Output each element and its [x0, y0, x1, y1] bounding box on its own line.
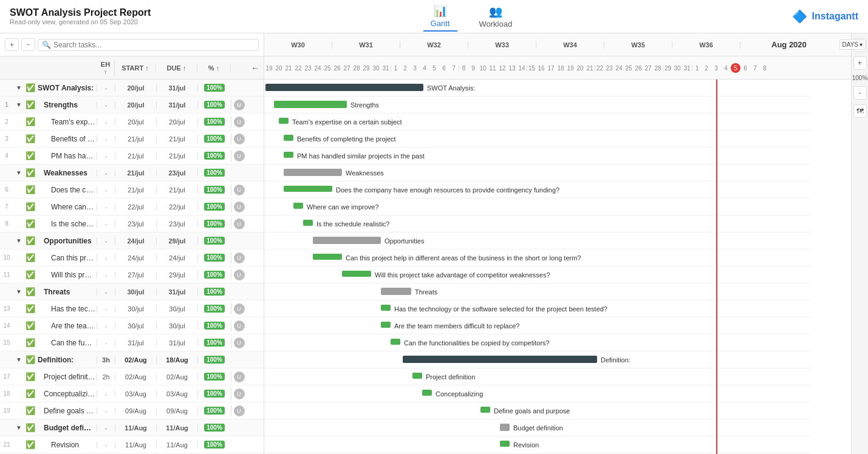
main-layout: ＋ － 🔍 EH ↑ START ↑ DUE ↑ % ↑ ← ▼ ✅	[0, 33, 868, 454]
week-w34: W34	[536, 41, 604, 49]
gantt-bar-label: Has the technology or the software selec…	[394, 305, 607, 313]
table-row[interactable]: ▼ ✅ Budget definition - 11/Aug 11/Aug 10…	[0, 419, 264, 436]
gantt-bar-label: Conceptualizing	[436, 390, 483, 398]
avatar: U	[234, 151, 245, 161]
gantt-bar-label: Are the team members difficult to replac…	[394, 322, 519, 330]
search-box[interactable]: 🔍	[38, 39, 259, 51]
gantt-row: Definition:	[264, 351, 811, 368]
brand-icon: 🔷	[792, 9, 807, 24]
days-button[interactable]: DAYS ▾	[839, 39, 866, 50]
gantt-row: Strengths	[264, 97, 811, 114]
chevron-down-icon: ▾	[859, 41, 863, 48]
table-row[interactable]: 6 ✅ Does the company hav... - 21/jul 21/…	[0, 181, 264, 198]
avatar: U	[234, 303, 245, 314]
avatar: U	[234, 252, 245, 263]
table-row[interactable]: 18 ✅ Conceptualizing - 03/Aug 03/Aug 100…	[0, 385, 264, 402]
minus-button[interactable]: －	[21, 38, 35, 51]
table-row[interactable]: 3 ✅ Benefits of completing ... - 21/jul …	[0, 130, 264, 147]
table-row[interactable]: ▼ ✅ SWOT Analysis: - 20/jul 31/jul 100%	[0, 80, 264, 97]
table-row[interactable]: 13 ✅ Has the technology or t... - 30/jul…	[0, 300, 264, 317]
gantt-row: SWOT Analysis:	[264, 80, 811, 97]
gantt-bar-label: Weaknesses	[346, 169, 384, 177]
gantt-row: Can the functionalities be copied by com…	[264, 334, 811, 351]
gantt-bar-label: Revision	[513, 441, 539, 449]
gantt-bar-label: Will this project take advantage of comp…	[375, 271, 550, 279]
map-icon-button[interactable]: 🗺	[853, 104, 867, 118]
search-input[interactable]	[53, 41, 255, 49]
table-row[interactable]: 11 ✅ Will this project take ad... - 27/j…	[0, 266, 264, 283]
gantt-content: SWOT Analysis: Strengths Team's expertis…	[264, 80, 811, 454]
gantt-bar-label: Threats	[415, 288, 437, 296]
zoom-out-button[interactable]: -	[853, 86, 867, 100]
gantt-bar	[500, 441, 510, 447]
table-row[interactable]: 2 ✅ Team's expertise on a c... - 20/jul …	[0, 114, 264, 130]
table-row[interactable]: 15 ✅ Can the functionalities ... - 31/ju…	[0, 334, 264, 351]
header: SWOT Analysis Project Report Read-only v…	[0, 0, 868, 33]
month-label: Aug 2020	[771, 40, 807, 49]
gantt-bar-label: Definition:	[601, 356, 630, 364]
col-start-header[interactable]: START ↑	[115, 64, 156, 72]
gantt-row: Budget definition	[264, 419, 811, 436]
table-row[interactable]: 1 ▼ ✅ Strengths - 20/jul 31/jul 100% U	[0, 97, 264, 114]
week-w32: W32	[400, 41, 468, 49]
avatar: U	[234, 388, 245, 399]
gantt-bar	[391, 339, 400, 345]
avatar: U	[234, 405, 245, 416]
gantt-bar	[293, 203, 303, 209]
gantt-bar-label: Opportunities	[384, 237, 424, 245]
gantt-row: Project definition	[264, 368, 811, 385]
toolbar: ＋ － 🔍	[0, 33, 264, 56]
header-right: 🔷 Instagantt	[792, 9, 858, 24]
gantt-bar	[422, 390, 432, 396]
gantt-row: Will this project take advantage of comp…	[264, 266, 811, 283]
gantt-bar	[274, 101, 347, 108]
gantt-row: Revision	[264, 436, 811, 453]
avatar: U	[234, 100, 245, 110]
gantt-row: Define goals and purpose	[264, 402, 811, 419]
table-row[interactable]: 4 ✅ PM has handled similar... - 21/jul 2…	[0, 147, 264, 164]
col-eh-header[interactable]: EH ↑	[97, 61, 115, 75]
add-button[interactable]: ＋	[5, 38, 19, 51]
table-row[interactable]: 7 ✅ Where can we improve? - 22/jul 22/ju…	[0, 198, 264, 215]
back-button[interactable]: ←	[247, 63, 264, 73]
col-pct-header[interactable]: % ↑	[197, 64, 231, 72]
zoom-in-button[interactable]: +	[853, 56, 867, 70]
gantt-bar-label: Strengths	[350, 101, 379, 109]
table-row[interactable]: ▼ ✅ Weaknesses - 21/jul 23/jul 100%	[0, 164, 264, 181]
nav-tabs: 📊 Gantt 👥 Workload	[423, 2, 519, 32]
gantt-bar	[279, 118, 289, 124]
table-row[interactable]: ▼ ✅ Definition: 3h 02/Aug 18/Aug 100%	[0, 351, 264, 368]
table-row[interactable]: 19 ✅ Define goals and purpose - 09/Aug 0…	[0, 402, 264, 419]
gantt-bar	[284, 135, 293, 141]
avatar: U	[234, 320, 245, 331]
gantt-bar	[381, 322, 391, 328]
gantt-body: SWOT Analysis: Strengths Team's expertis…	[264, 80, 851, 454]
gantt-bar	[500, 424, 510, 431]
table-row[interactable]: ▼ ✅ Opportunities - 24/jul 29/jul 100%	[0, 232, 264, 249]
table-row[interactable]: 14 ✅ Are the team members ... - 30/jul 3…	[0, 317, 264, 334]
days-label: DAYS	[842, 41, 859, 48]
avatar: U	[234, 202, 245, 212]
gantt-row: Team's expertise on a certain subject	[264, 114, 811, 130]
col-due-header[interactable]: DUE ↑	[156, 64, 197, 72]
gantt-bar-label: Where can we improve?	[307, 203, 379, 211]
gantt-bar-label: Team's expertise on a certain subject	[292, 118, 402, 126]
table-row[interactable]: 8 ✅ Is the schedule realistic? - 23/jul …	[0, 215, 264, 232]
column-headers: EH ↑ START ↑ DUE ↑ % ↑ ←	[0, 56, 264, 80]
gantt-bar-label: SWOT Analysis:	[427, 84, 475, 92]
avatar: U	[234, 185, 245, 195]
table-row[interactable]: ▼ ✅ Threats - 30/jul 31/jul 100%	[0, 283, 264, 300]
gantt-icon: 📊	[434, 4, 447, 18]
tab-gantt[interactable]: 📊 Gantt	[423, 2, 457, 32]
table-row[interactable]: 10 ✅ Can this project help in ... - 24/j…	[0, 249, 264, 266]
gantt-row: Opportunities	[264, 232, 811, 249]
table-row[interactable]: 17 ✅ Project definition 2h 02/Aug 02/Aug…	[0, 368, 264, 385]
gantt-bar	[480, 407, 490, 413]
gantt-row: PM has handled similar projects in the p…	[264, 147, 811, 164]
gantt-row: Where can we improve?	[264, 198, 811, 215]
avatar: U	[234, 337, 245, 348]
gantt-bar	[313, 237, 381, 244]
tab-workload[interactable]: 👥 Workload	[472, 2, 520, 31]
tab-workload-label: Workload	[479, 19, 513, 29]
table-row[interactable]: 21 ✅ Revision - 11/Aug 11/Aug 100%	[0, 436, 264, 453]
